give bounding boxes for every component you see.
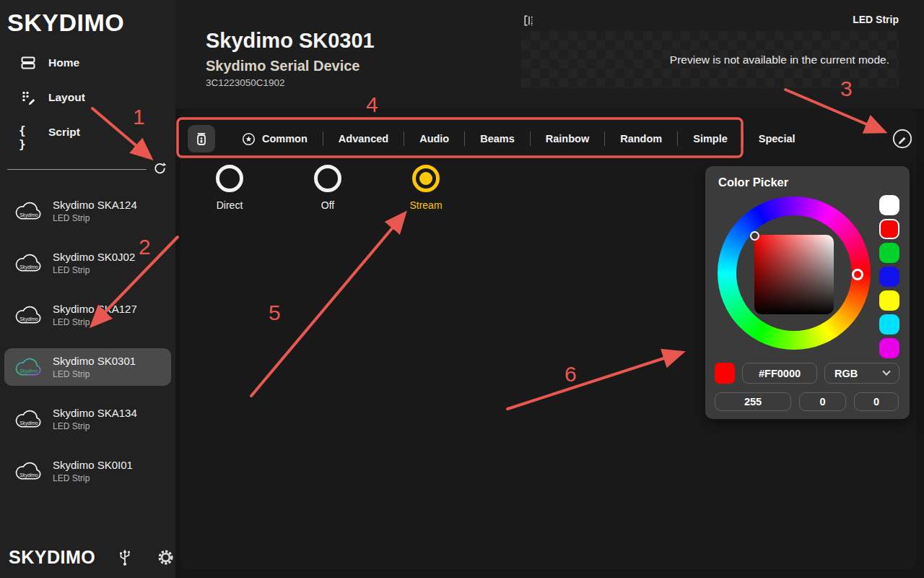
saturation-value-square[interactable] (754, 235, 834, 314)
main-panel: Common Advanced Audio Beams Rainbow Rand… (180, 108, 917, 569)
nav-label: Layout (48, 91, 85, 104)
tab-rainbow[interactable]: Rainbow (531, 133, 604, 144)
swatch-blue[interactable] (879, 267, 899, 287)
script-icon: { } (19, 124, 38, 141)
device-list: Skydimo Skydimo SKA124 LED Strip Skydimo… (0, 192, 175, 490)
swatch-cyan[interactable] (879, 314, 899, 335)
current-color-swatch (715, 363, 735, 384)
svg-text:Skydimo: Skydimo (19, 316, 38, 322)
device-cloud-icon-colored: Skydimo (13, 357, 45, 378)
usb-icon[interactable] (117, 548, 133, 567)
mode-direct[interactable]: Direct (201, 165, 258, 211)
device-serial: 3C1223050C1902 (206, 77, 375, 88)
star-circle-icon (242, 132, 256, 146)
device-cloud-icon: Skydimo (13, 305, 45, 326)
tab-advanced[interactable]: Advanced (323, 133, 404, 144)
radio-off[interactable] (314, 165, 341, 192)
chevron-down-icon (882, 367, 890, 375)
mode-off[interactable]: Off (299, 165, 357, 211)
led-strip-label: LED Strip (853, 14, 899, 25)
edit-pencil-button[interactable] (892, 129, 912, 149)
device-name: Skydimo SK0I01 (53, 459, 133, 471)
tab-random[interactable]: Random (605, 133, 677, 144)
svg-text:Skydimo: Skydimo (19, 472, 38, 478)
device-name: Skydimo SKA127 (53, 303, 137, 315)
device-item-sk0301-selected[interactable]: Skydimo Skydimo SK0301 LED Strip (4, 348, 171, 386)
device-name: Skydimo SKA124 (53, 199, 137, 211)
sidebar-item-script[interactable]: { } Script (0, 115, 175, 150)
effect-tabbar: Common Advanced Audio Beams Rainbow Rand… (188, 124, 811, 153)
value-g-input[interactable]: 0 (799, 392, 846, 411)
tab-special[interactable]: Special (744, 133, 811, 144)
swatch-red-selected[interactable] (879, 219, 899, 239)
nav-label: Script (48, 126, 80, 139)
device-type: LED Strip (53, 421, 137, 431)
device-type: LED Strip (53, 265, 135, 275)
preview-message: Preview is not available in the current … (670, 53, 889, 66)
tab-simple[interactable]: Simple (678, 133, 743, 144)
led-strip-layout-icon (522, 14, 536, 30)
svg-text:Skydimo: Skydimo (19, 420, 38, 426)
sidebar-divider (7, 161, 170, 178)
device-item-ska134[interactable]: Skydimo Skydimo SKA134 LED Strip (4, 400, 171, 438)
device-name: Skydimo SKA134 (53, 407, 137, 419)
swatch-green[interactable] (879, 243, 899, 263)
page-title: Skydimo SK0301 (206, 29, 375, 53)
device-cloud-icon: Skydimo (13, 409, 45, 430)
hex-input[interactable]: #FF0000 (742, 363, 817, 384)
sidebar-item-layout[interactable]: Layout (0, 80, 175, 115)
device-type: LED Strip (53, 213, 137, 223)
device-cloud-icon: Skydimo (13, 253, 45, 274)
value-r-input[interactable]: 255 (715, 392, 791, 411)
sidebar: SKYDIMO Home Layout (0, 0, 175, 578)
preview-area: Preview is not available in the current … (521, 31, 899, 88)
color-picker-panel: Color Picker #FF0000 RGB 255 0 0 (705, 166, 910, 419)
device-type: LED Strip (53, 473, 133, 483)
device-header: Skydimo SK0301 Skydimo Serial Device 3C1… (206, 29, 375, 88)
svg-text:Skydimo: Skydimo (19, 368, 38, 374)
refresh-icon[interactable] (153, 161, 167, 178)
settings-gear-icon[interactable] (157, 549, 174, 566)
device-item-sk0j02[interactable]: Skydimo Skydimo SK0J02 LED Strip (4, 244, 171, 282)
device-item-sk0i01[interactable]: Skydimo Skydimo SK0I01 LED Strip (4, 452, 171, 490)
sidebar-footer: SKYDIMO (9, 547, 165, 568)
device-name: Skydimo SK0301 (53, 355, 136, 367)
swatch-white[interactable] (879, 195, 899, 215)
sidebar-item-home[interactable]: Home (0, 46, 175, 80)
home-icon (19, 54, 38, 72)
svg-text:Skydimo: Skydimo (19, 264, 38, 269)
tab-beams[interactable]: Beams (465, 133, 530, 144)
app-logo: SKYDIMO (0, 0, 175, 37)
radio-direct[interactable] (216, 165, 243, 192)
tab-audio[interactable]: Audio (404, 133, 464, 144)
footer-logo: SKYDIMO (9, 547, 95, 568)
layout-icon (19, 89, 38, 106)
history-jar-button[interactable] (188, 125, 215, 152)
device-name: Skydimo SK0J02 (53, 251, 135, 263)
device-cloud-icon: Skydimo (13, 461, 45, 482)
mode-label: Off (299, 199, 357, 211)
mode-stream-selected[interactable]: Stream (397, 165, 455, 211)
mode-label: Direct (201, 199, 258, 211)
device-type: LED Strip (53, 369, 136, 379)
tab-common[interactable]: Common (227, 132, 323, 146)
hue-selector-dot[interactable] (852, 269, 863, 280)
device-cloud-icon: Skydimo (13, 201, 45, 222)
radio-stream[interactable] (412, 165, 440, 192)
value-b-input[interactable]: 0 (854, 392, 899, 411)
mode-label: Stream (397, 199, 455, 211)
color-picker-title: Color Picker (718, 176, 788, 189)
main-nav: Home Layout { } Script (0, 46, 175, 150)
device-subtitle: Skydimo Serial Device (206, 58, 375, 74)
device-type: LED Strip (53, 317, 137, 327)
color-model-select[interactable]: RGB (824, 363, 899, 384)
nav-label: Home (48, 56, 79, 69)
device-item-ska124[interactable]: Skydimo Skydimo SKA124 LED Strip (4, 192, 171, 230)
swatch-yellow[interactable] (879, 290, 899, 311)
sv-selector-dot[interactable] (750, 231, 759, 241)
swatch-magenta[interactable] (879, 338, 899, 358)
svg-text:Skydimo: Skydimo (19, 212, 38, 217)
device-item-ska127[interactable]: Skydimo Skydimo SKA127 LED Strip (4, 296, 171, 334)
swatch-column (879, 195, 899, 358)
